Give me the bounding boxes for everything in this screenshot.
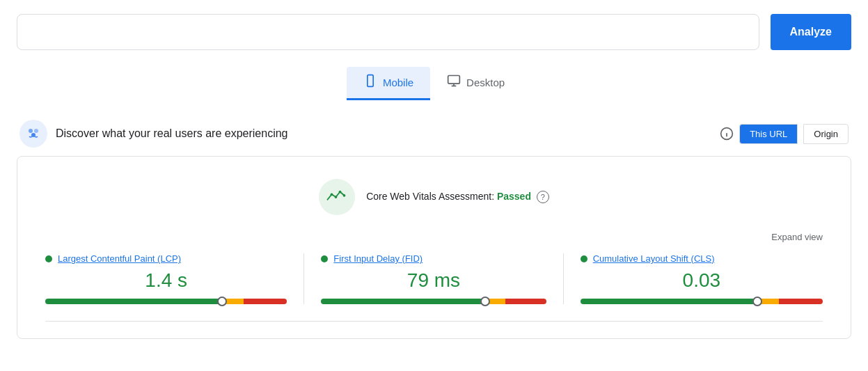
fid-label[interactable]: First Input Delay (FID) (333, 253, 423, 264)
info-right: This URL Origin (720, 124, 849, 144)
analyze-button[interactable]: Analyze (771, 14, 851, 50)
cwv-help-icon[interactable]: ? (537, 191, 549, 203)
tab-mobile[interactable]: Mobile (347, 67, 430, 100)
section-divider (45, 321, 823, 322)
expand-view-link[interactable]: Expand view (771, 232, 823, 242)
cls-bar-track (581, 299, 823, 304)
url-input[interactable]: https://anicca.co.uk/ (17, 14, 759, 50)
info-title: Discover what your real users are experi… (56, 127, 287, 140)
lcp-label-row: Largest Contentful Paint (LCP) (45, 253, 287, 264)
svg-point-11 (331, 193, 333, 196)
cwv-title: Core Web Vitals Assessment: Passed ? (366, 191, 549, 203)
lcp-bar (45, 299, 287, 304)
cls-value: 0.03 (581, 269, 823, 292)
url-row: https://anicca.co.uk/ Analyze (17, 14, 851, 50)
cwv-title-prefix: Core Web Vitals Assessment: (366, 191, 497, 202)
lcp-bar-green (45, 299, 219, 304)
svg-point-12 (335, 196, 338, 198)
tab-desktop[interactable]: Desktop (430, 67, 521, 100)
cls-bar-marker (752, 297, 762, 306)
avatar (19, 120, 47, 148)
svg-rect-2 (448, 76, 460, 84)
origin-button[interactable]: Origin (803, 124, 849, 144)
cls-label[interactable]: Cumulative Layout Shift (CLS) (593, 253, 715, 264)
svg-point-13 (339, 191, 342, 194)
cwv-header: Core Web Vitals Assessment: Passed ? (45, 179, 823, 215)
fid-label-row: First Input Delay (FID) (321, 253, 546, 264)
lcp-bar-red (244, 299, 287, 304)
cls-bar (581, 299, 823, 304)
fid-bar-track (321, 299, 546, 304)
metrics-row: Largest Contentful Paint (LCP) 1.4 s Fir… (45, 253, 823, 304)
info-circle-icon[interactable] (720, 127, 734, 141)
cls-bar-green (581, 299, 755, 304)
lcp-dot (45, 255, 52, 262)
cwv-status: Passed (497, 191, 531, 202)
svg-point-14 (343, 194, 346, 197)
lcp-label[interactable]: Largest Contentful Paint (LCP) (58, 253, 181, 264)
expand-row: Expand view (45, 232, 823, 242)
lcp-value: 1.4 s (45, 269, 287, 292)
tab-mobile-label: Mobile (383, 77, 413, 88)
tab-desktop-label: Desktop (466, 77, 505, 88)
desktop-icon (447, 74, 461, 91)
page-wrapper: https://anicca.co.uk/ Analyze Mobile Des (0, 0, 868, 353)
cls-bar-red (779, 299, 823, 304)
this-url-button[interactable]: This URL (739, 124, 798, 144)
fid-bar (321, 299, 546, 304)
info-header: Discover what your real users are experi… (17, 120, 851, 148)
lcp-bar-track (45, 299, 287, 304)
fid-bar-red (505, 299, 546, 304)
mobile-icon (363, 74, 377, 91)
fid-bar-green (321, 299, 483, 304)
svg-point-5 (29, 129, 33, 133)
main-card: Core Web Vitals Assessment: Passed ? Exp… (17, 156, 851, 339)
fid-bar-marker (480, 297, 490, 306)
metric-fid: First Input Delay (FID) 79 ms (304, 253, 563, 304)
fid-dot (321, 255, 328, 262)
svg-rect-0 (368, 75, 373, 87)
metric-cls: Cumulative Layout Shift (CLS) 0.03 (564, 253, 823, 304)
cls-label-row: Cumulative Layout Shift (CLS) (581, 253, 823, 264)
cwv-icon (319, 179, 355, 215)
lcp-bar-marker (217, 297, 227, 306)
tab-row: Mobile Desktop (17, 67, 851, 100)
fid-value: 79 ms (321, 269, 546, 292)
cls-dot (581, 255, 587, 262)
info-left: Discover what your real users are experi… (19, 120, 287, 148)
metric-lcp: Largest Contentful Paint (LCP) 1.4 s (45, 253, 304, 304)
svg-point-6 (34, 129, 38, 133)
